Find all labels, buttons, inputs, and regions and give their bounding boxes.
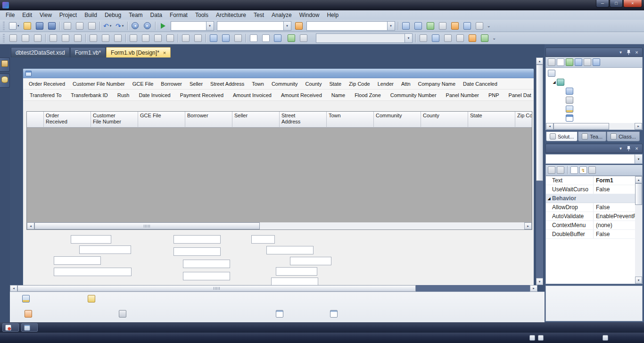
window-titlebar[interactable] [0, 0, 644, 10]
add-query-button[interactable] [424, 21, 437, 31]
scrollbar-track[interactable] [536, 181, 543, 278]
close-icon[interactable] [634, 49, 640, 56]
property-row[interactable]: Behavior [546, 194, 635, 203]
menu-item[interactable]: Edit [18, 11, 36, 19]
property-row[interactable]: AllowDrop False [546, 203, 635, 212]
make-horizontal-spacing-equal-button[interactable] [127, 33, 140, 43]
property-value[interactable]: False [594, 231, 635, 237]
properties-header[interactable] [545, 144, 643, 153]
navigate-forward-button[interactable] [141, 21, 154, 31]
scrollbar-thumb[interactable] [536, 65, 543, 181]
document-vertical-scrollbar[interactable] [536, 57, 543, 285]
document-tab[interactable]: Form1.vb* [70, 47, 106, 57]
object-selector-combo[interactable] [545, 154, 643, 164]
menu-item[interactable]: File [2, 11, 18, 19]
close-icon[interactable] [634, 146, 640, 152]
sync-database-button[interactable] [473, 21, 486, 31]
sidebar-tab-toolbox[interactable] [0, 57, 10, 72]
toolbar-grip[interactable] [3, 22, 5, 30]
chevron-down-icon[interactable] [635, 155, 642, 163]
field-textbox[interactable] [183, 260, 230, 268]
expander-icon[interactable] [546, 196, 552, 201]
grid-column-header[interactable]: Street Address [280, 112, 327, 128]
tree-item-form1[interactable] [546, 114, 642, 122]
make-same-width-button[interactable] [87, 33, 99, 43]
center-vertically-button[interactable] [192, 33, 204, 43]
grid-body[interactable] [27, 128, 532, 223]
refresh-icon[interactable] [566, 58, 573, 66]
menu-item[interactable]: Build [81, 11, 101, 19]
menu-item[interactable]: Project [56, 11, 81, 19]
align-rights-button[interactable] [32, 33, 44, 43]
menu-item[interactable]: View [36, 11, 56, 19]
properties-vertical-scrollbar[interactable] [635, 176, 642, 284]
scrollbar-thumb[interactable] [553, 123, 609, 130]
field-textbox[interactable] [173, 247, 221, 256]
menu-strip-item[interactable]: Transfered To [25, 92, 66, 98]
menu-item[interactable]: Architecture [212, 11, 250, 19]
field-textbox[interactable] [54, 256, 101, 265]
toolbar-grip[interactable] [3, 34, 5, 42]
menu-strip-item[interactable]: State [325, 81, 345, 87]
align-lefts-button[interactable] [7, 33, 19, 43]
tree-item-my-project[interactable] [546, 87, 642, 96]
scroll-down-icon[interactable] [536, 278, 543, 285]
grid-column-header[interactable]: Seller [232, 112, 280, 128]
new-project-button[interactable] [7, 21, 21, 31]
align-tops-button[interactable] [47, 33, 59, 43]
property-value[interactable]: False [594, 204, 635, 211]
window-position-icon[interactable] [618, 49, 624, 56]
expander-icon[interactable] [552, 80, 557, 84]
events-icon[interactable] [579, 166, 587, 174]
document-tab[interactable]: dbtest2DataSet.xsd [11, 47, 70, 57]
solution-platforms-combo[interactable] [217, 21, 291, 31]
solution-configurations-combo[interactable] [171, 21, 214, 31]
menu-strip-item[interactable]: Date Canceled [459, 81, 501, 87]
maximize-button[interactable] [610, 0, 623, 8]
property-pages-icon[interactable] [588, 166, 596, 174]
scroll-left-icon[interactable] [10, 285, 17, 292]
tray-item-dataset[interactable] [22, 295, 32, 302]
document-horizontal-scrollbar[interactable] [10, 285, 537, 292]
menu-item[interactable]: Data [147, 11, 166, 19]
center-horizontally-button[interactable] [180, 33, 192, 43]
scroll-left-icon[interactable] [27, 222, 34, 229]
properties-icon[interactable] [548, 58, 555, 66]
solution-explorer-header[interactable] [545, 48, 643, 57]
tab-order-button[interactable] [232, 33, 244, 43]
menu-strip-item[interactable]: County [302, 81, 326, 87]
tool-panel-tab[interactable]: Solut... [546, 131, 578, 141]
menu-item[interactable]: Debug [101, 11, 125, 19]
field-textbox[interactable] [183, 272, 230, 280]
property-value[interactable]: (none) [594, 222, 635, 229]
scroll-right-icon[interactable] [635, 123, 642, 130]
scrollbar-track[interactable] [635, 205, 642, 277]
increase-horizontal-spacing-button[interactable] [140, 33, 152, 43]
chevron-down-icon[interactable] [387, 22, 395, 30]
menu-item[interactable]: Test [250, 11, 268, 19]
make-same-height-button[interactable] [112, 33, 124, 43]
chevron-down-icon[interactable] [283, 22, 291, 30]
tree-item-app-config[interactable] [546, 96, 642, 105]
grid-horizontal-scrollbar[interactable] [27, 222, 532, 229]
menu-strip-item[interactable]: Date Invoiced [134, 92, 175, 98]
menu-strip-item[interactable]: Transferbank ID [66, 92, 112, 98]
new-query-button[interactable] [272, 33, 285, 43]
field-textbox[interactable] [266, 246, 314, 254]
make-vertical-spacing-equal-button[interactable] [152, 33, 164, 43]
property-row[interactable]: Text Form1 [546, 176, 635, 185]
database-diagram-button[interactable] [429, 33, 442, 43]
commit-data-button[interactable] [479, 33, 491, 43]
window-position-icon[interactable] [618, 146, 624, 152]
menu-item[interactable]: Format [166, 11, 191, 19]
close-button[interactable] [623, 0, 642, 8]
scrollbar-thumb[interactable] [17, 285, 416, 292]
show-data-sources-button[interactable] [412, 21, 424, 31]
alphabetical-icon[interactable] [557, 166, 564, 174]
tray-item-menustrip2[interactable] [330, 310, 340, 318]
menu-strip-item[interactable]: Street Address [206, 81, 248, 87]
tray-item-tableadaptermanager[interactable] [119, 310, 129, 318]
database-schema-button[interactable] [461, 21, 473, 31]
tree-item-project[interactable] [546, 78, 642, 87]
designed-form-titlebar[interactable] [23, 69, 534, 78]
